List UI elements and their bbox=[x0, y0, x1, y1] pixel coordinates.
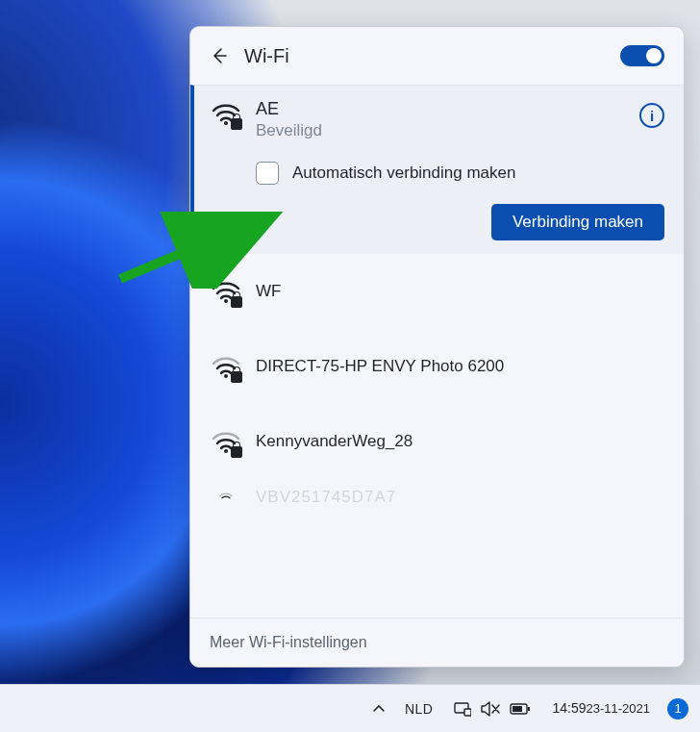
network-item[interactable]: KennyvanderWeg_28 bbox=[190, 404, 684, 479]
info-button[interactable]: i bbox=[639, 103, 664, 128]
back-button[interactable] bbox=[204, 40, 235, 71]
connect-button[interactable]: Verbinding maken bbox=[491, 204, 664, 240]
tray-overflow-button[interactable] bbox=[366, 685, 391, 732]
svg-rect-9 bbox=[512, 706, 522, 712]
wifi-signal-icon bbox=[212, 491, 240, 502]
network-name: DIRECT-75-HP ENVY Photo 6200 bbox=[256, 357, 504, 376]
lock-icon bbox=[231, 446, 242, 458]
flyout-header: Wi-Fi bbox=[190, 27, 684, 85]
auto-connect-row: Automatisch verbinding maken bbox=[256, 162, 664, 185]
flyout-title: Wi-Fi bbox=[244, 45, 620, 67]
system-tray[interactable] bbox=[446, 685, 538, 732]
network-names: AE Beveiligd bbox=[256, 99, 624, 140]
network-name: AE bbox=[256, 99, 624, 119]
network-item[interactable]: DIRECT-75-HP ENVY Photo 6200 bbox=[190, 329, 684, 404]
language-indicator[interactable]: NLD bbox=[399, 685, 439, 732]
auto-connect-checkbox[interactable] bbox=[256, 162, 279, 185]
notification-badge[interactable]: 1 bbox=[667, 698, 688, 719]
lock-icon bbox=[231, 296, 242, 308]
network-status: Beveiligd bbox=[256, 121, 624, 140]
volume-muted-icon bbox=[481, 700, 500, 718]
clock[interactable]: 14:59 23-11-2021 bbox=[546, 685, 656, 732]
chevron-up-icon bbox=[372, 702, 386, 716]
network-item-selected[interactable]: AE Beveiligd i Automatisch verbinding ma… bbox=[190, 85, 684, 254]
wifi-toggle[interactable] bbox=[620, 45, 664, 66]
more-wifi-settings-link[interactable]: Meer Wi-Fi-instellingen bbox=[190, 618, 684, 667]
lock-icon bbox=[231, 118, 242, 130]
wifi-flyout: Wi-Fi AE Beveiligd bbox=[189, 26, 685, 668]
auto-connect-label: Automatisch verbinding maken bbox=[292, 164, 515, 183]
svg-point-1 bbox=[224, 299, 228, 303]
network-name: VBV251745D7A7 bbox=[256, 488, 396, 502]
network-name: WF bbox=[256, 282, 281, 301]
info-icon: i bbox=[650, 108, 654, 124]
battery-charging-icon bbox=[510, 702, 531, 716]
network-icon bbox=[454, 700, 471, 718]
taskbar: NLD 14:59 23-11-2021 1 bbox=[0, 684, 700, 732]
network-item-partial[interactable]: VBV251745D7A7 bbox=[190, 479, 684, 502]
wifi-signal-icon bbox=[212, 99, 240, 128]
connect-row: Verbinding maken bbox=[212, 204, 664, 240]
lock-icon bbox=[231, 371, 242, 383]
network-row: AE Beveiligd i bbox=[212, 99, 664, 140]
network-name: KennyvanderWeg_28 bbox=[256, 432, 412, 451]
svg-point-2 bbox=[224, 374, 228, 378]
svg-point-3 bbox=[224, 449, 228, 453]
clock-time: 14:59 bbox=[552, 700, 586, 717]
network-item[interactable]: WF bbox=[190, 254, 684, 329]
wifi-signal-icon bbox=[212, 427, 240, 456]
clock-date: 23-11-2021 bbox=[587, 701, 651, 717]
svg-rect-8 bbox=[528, 707, 530, 711]
back-arrow-icon bbox=[210, 46, 229, 65]
wifi-signal-icon bbox=[212, 277, 240, 306]
svg-rect-6 bbox=[464, 709, 471, 716]
svg-point-0 bbox=[224, 121, 228, 125]
wifi-signal-icon bbox=[212, 352, 240, 381]
network-list: AE Beveiligd i Automatisch verbinding ma… bbox=[190, 85, 684, 618]
